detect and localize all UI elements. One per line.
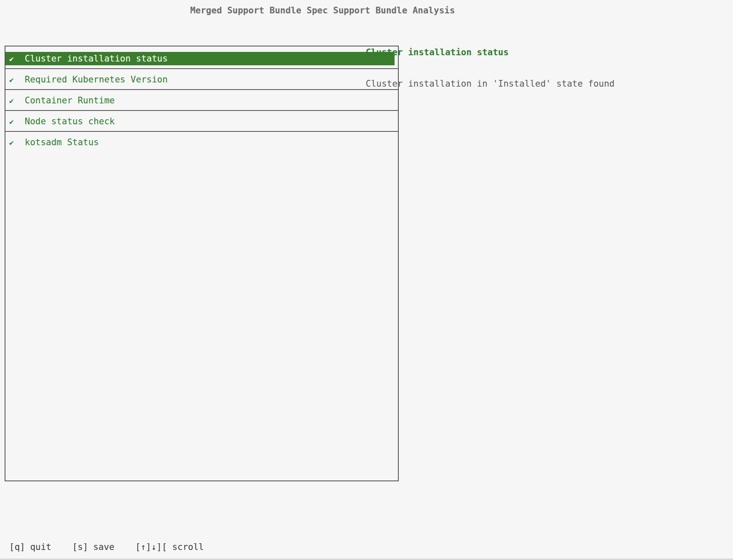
footer-shortcut-label: quit: [30, 542, 52, 552]
analyzer-list-item-bar: ✔ Container Runtime: [5, 94, 395, 107]
analyzer-list-item-label: kotsadm Status: [25, 137, 99, 147]
footer-shortcut: [s] save: [72, 542, 115, 552]
check-icon: ✔: [9, 138, 25, 147]
footer-shortcut: [↑]↓][ scroll: [135, 542, 204, 552]
footer-shortcut-key: [↑]↓][: [135, 542, 167, 552]
analyzer-list-item[interactable]: ✔ Cluster installation status: [5, 48, 398, 69]
check-icon: ✔: [9, 54, 25, 63]
detail-heading: Cluster installation status: [366, 46, 725, 58]
footer-shortcut-key: [s]: [72, 542, 88, 552]
analyzer-list-item[interactable]: ✔ kotsadm Status: [5, 132, 398, 153]
analyzer-list-item-label: Container Runtime: [25, 95, 115, 105]
analyzer-list-item[interactable]: ✔ Container Runtime: [5, 90, 398, 111]
analyzer-list-item[interactable]: ✔ Node status check: [5, 111, 398, 132]
check-icon: ✔: [9, 75, 25, 84]
check-icon: ✔: [9, 96, 25, 105]
analyzer-list-item-label: Cluster installation status: [25, 54, 168, 64]
analyzer-list-item-bar: ✔ kotsadm Status: [5, 136, 395, 149]
analyzer-list-item-bar: ✔ Cluster installation status: [5, 52, 395, 65]
analyzer-list-item[interactable]: ✔ Required Kubernetes Version: [5, 69, 398, 90]
window-title: Merged Support Bundle Spec Support Bundl…: [0, 5, 645, 15]
footer-shortcut: [q] quit: [9, 542, 52, 552]
analyzer-list-item-bar: ✔ Required Kubernetes Version: [5, 73, 395, 86]
check-icon: ✔: [9, 117, 25, 126]
analyzer-list: ✔ Cluster installation status ✔ Required…: [5, 46, 399, 481]
detail-panel: Cluster installation status Cluster inst…: [366, 46, 725, 90]
window-bottom-edge: [0, 559, 733, 560]
analyzer-list-item-bar: ✔ Node status check: [5, 115, 395, 128]
footer-shortcut-label: save: [93, 542, 114, 552]
footer-shortcut-label: scroll: [172, 542, 204, 552]
analyzer-list-item-label: Required Kubernetes Version: [25, 74, 168, 85]
footer-shortcut-key: [q]: [9, 542, 25, 552]
footer-shortcuts: [q] quit [s] save [↑]↓][ scroll: [9, 542, 204, 552]
detail-message: Cluster installation in 'Installed' stat…: [366, 78, 725, 90]
analyzer-list-item-label: Node status check: [25, 116, 115, 126]
